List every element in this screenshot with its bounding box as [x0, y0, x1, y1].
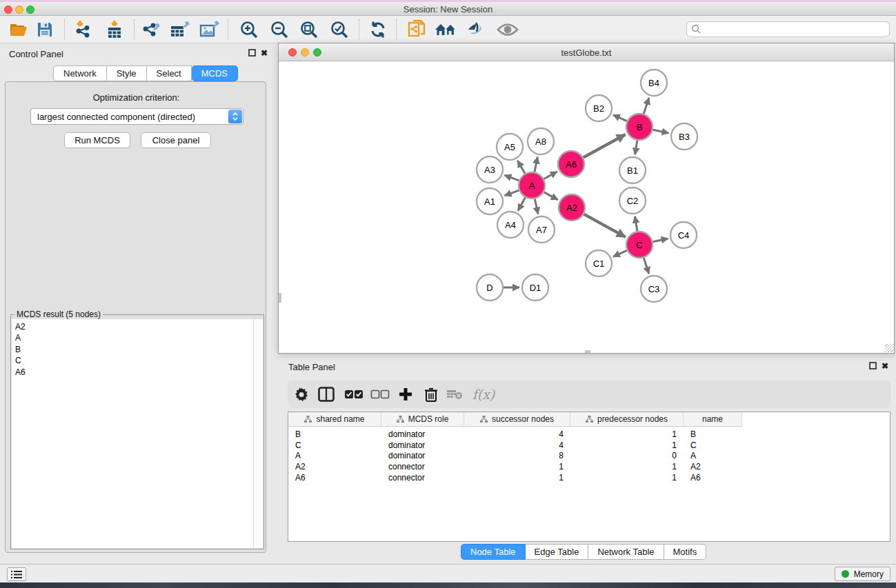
select-all-rows-icon[interactable]: [343, 383, 365, 405]
graph-edge-A-A2[interactable]: [544, 192, 558, 200]
export-table-icon[interactable]: [168, 19, 191, 41]
cell-shared-name[interactable]: B: [288, 429, 381, 439]
search-input[interactable]: [701, 25, 889, 34]
graph-node-A5[interactable]: A5: [497, 134, 523, 160]
cell-predecessor-nodes[interactable]: 1: [570, 429, 684, 439]
optimization-criterion-select[interactable]: largest connected component (directed): [30, 108, 243, 125]
network-horizontal-scroll-indicator[interactable]: [585, 350, 590, 353]
delete-column-icon[interactable]: [420, 383, 442, 405]
column-header-MCDS-role[interactable]: MCDS role: [381, 412, 464, 427]
graph-edge-A2-C[interactable]: [584, 214, 626, 237]
graph-node-A6[interactable]: A6: [558, 151, 584, 177]
control-panel-float-icon[interactable]: [247, 49, 257, 59]
tab-network-table[interactable]: Network Table: [588, 544, 664, 560]
cell-MCDS-role[interactable]: connector: [381, 462, 464, 472]
tab-network[interactable]: Network: [53, 65, 107, 81]
run-mcds-button[interactable]: Run MCDS: [64, 132, 130, 148]
import-table-icon[interactable]: [103, 19, 126, 41]
zoom-selected-icon[interactable]: [328, 19, 351, 41]
delete-table-icon[interactable]: [444, 383, 466, 405]
function-builder-icon[interactable]: f(x): [468, 383, 499, 405]
graph-node-C3[interactable]: C3: [641, 276, 667, 302]
graph-edge-B-B3[interactable]: [653, 130, 669, 133]
graph-node-B4[interactable]: B4: [641, 70, 667, 96]
table-row[interactable]: A2connector11A2: [288, 461, 890, 472]
graph-edge-C-C3[interactable]: [644, 258, 649, 274]
graph-edge-B-B2[interactable]: [613, 115, 627, 121]
cell-shared-name[interactable]: A6: [288, 473, 381, 483]
show-graphics-details-icon[interactable]: [496, 19, 519, 41]
graph-node-C2[interactable]: C2: [619, 187, 646, 214]
column-header-predecessor-nodes[interactable]: predecessor nodes: [570, 412, 684, 427]
cell-successor-nodes[interactable]: 8: [464, 451, 570, 460]
duplicate-network-icon[interactable]: [406, 19, 429, 41]
cell-shared-name[interactable]: C: [288, 440, 381, 450]
table-panel-float-icon[interactable]: [868, 362, 877, 372]
graph-edge-A-A8[interactable]: [535, 157, 537, 172]
tab-motifs[interactable]: Motifs: [664, 544, 707, 560]
cell-MCDS-role[interactable]: connector: [381, 473, 464, 483]
graph-node-B3[interactable]: B3: [671, 123, 697, 150]
graph-edge-A-A7[interactable]: [535, 199, 538, 214]
export-image-icon[interactable]: [197, 19, 221, 41]
graph-node-C[interactable]: C: [626, 232, 653, 258]
tab-mcds[interactable]: MCDS: [192, 65, 238, 81]
save-session-icon[interactable]: [33, 19, 57, 41]
tab-select[interactable]: Select: [147, 65, 192, 81]
graph-node-A4[interactable]: A4: [497, 212, 524, 238]
refresh-icon[interactable]: [366, 19, 390, 41]
cell-predecessor-nodes[interactable]: 0: [570, 451, 684, 460]
graph-edge-A-A4[interactable]: [518, 198, 525, 211]
cell-successor-nodes[interactable]: 1: [464, 462, 570, 472]
hide-graphics-details-icon[interactable]: [464, 19, 488, 41]
cell-successor-nodes[interactable]: 4: [464, 440, 570, 450]
zoom-in-icon[interactable]: [237, 19, 261, 41]
column-header-name[interactable]: name: [684, 412, 742, 427]
network-canvas[interactable]: AA1A2A3A4A5A6A7A8BB1B2B3B4CC1C2C3C4DD1: [279, 61, 894, 353]
mcds-result-item[interactable]: A6: [12, 367, 253, 378]
cell-successor-nodes[interactable]: 1: [464, 473, 570, 483]
graph-node-A[interactable]: A: [519, 172, 545, 199]
close-panel-button[interactable]: Close panel: [141, 132, 211, 148]
cell-predecessor-nodes[interactable]: 1: [570, 462, 684, 472]
cell-MCDS-role[interactable]: dominator: [381, 429, 464, 439]
mcds-result-scrollbar[interactable]: [253, 319, 263, 548]
graph-edge-C-C1[interactable]: [613, 250, 627, 256]
graph-node-A8[interactable]: A8: [528, 128, 554, 154]
deselect-all-rows-icon[interactable]: [369, 383, 391, 405]
table-row[interactable]: Cdominator41C: [288, 440, 890, 451]
graph-edge-B-B4[interactable]: [644, 98, 649, 114]
add-column-icon[interactable]: [395, 383, 417, 405]
task-history-button[interactable]: [7, 567, 26, 581]
homes-icon[interactable]: [435, 19, 458, 41]
toggle-column-panel-icon[interactable]: [315, 383, 337, 405]
graph-edge-A-A6[interactable]: [544, 172, 557, 179]
graph-node-B1[interactable]: B1: [619, 157, 646, 183]
graph-node-A1[interactable]: A1: [477, 188, 503, 214]
graph-edge-A-A5[interactable]: [517, 161, 525, 174]
graph-edge-A-A1[interactable]: [505, 190, 519, 196]
cell-name[interactable]: A6: [684, 473, 742, 483]
control-panel-close-icon[interactable]: ✖: [259, 49, 269, 59]
graph-edge-A6-B[interactable]: [584, 134, 626, 157]
tab-edge-table[interactable]: Edge Table: [526, 544, 589, 560]
graph-node-D1[interactable]: D1: [522, 274, 548, 301]
graph-edge-C-C4[interactable]: [653, 239, 668, 242]
export-network-icon[interactable]: [139, 19, 162, 41]
column-header-shared-name[interactable]: shared name: [288, 412, 381, 427]
mcds-result-item[interactable]: C: [12, 355, 253, 366]
cell-successor-nodes[interactable]: 4: [464, 429, 570, 439]
graph-node-B[interactable]: B: [626, 114, 653, 140]
table-panel-close-icon[interactable]: ✖: [880, 362, 890, 372]
graph-node-C1[interactable]: C1: [586, 250, 612, 276]
table-settings-icon[interactable]: [290, 383, 312, 405]
network-vertical-scroll-indicator[interactable]: [279, 293, 281, 303]
mcds-result-item[interactable]: B: [12, 344, 253, 355]
tab-node-table[interactable]: Node Table: [461, 544, 526, 560]
cell-name[interactable]: A: [684, 451, 742, 460]
cell-name[interactable]: C: [684, 440, 742, 450]
cell-shared-name[interactable]: A2: [288, 462, 381, 472]
cell-MCDS-role[interactable]: dominator: [381, 451, 464, 460]
open-session-icon[interactable]: [7, 19, 30, 41]
network-window-resize-grip[interactable]: [885, 344, 893, 352]
